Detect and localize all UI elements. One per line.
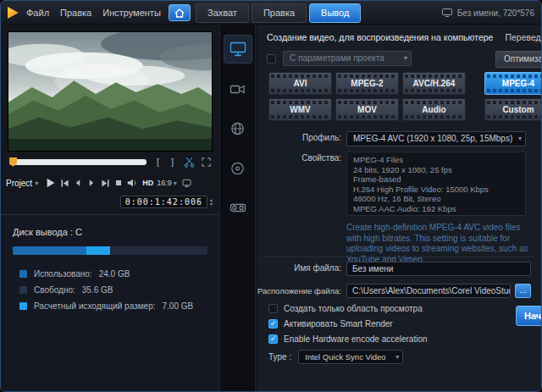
- disc-icon: [230, 161, 246, 176]
- filename-input[interactable]: Без имени: [346, 262, 531, 276]
- encode-type-dropdown[interactable]: Intel Quick Sync Video ▾: [298, 350, 403, 364]
- preview-range-label: Создать только область просмотра: [284, 304, 423, 313]
- property-line: Frame-based: [353, 174, 519, 185]
- menu-bar: Файл Правка Инструменты Настр: [26, 1, 167, 25]
- playback-mode-selector[interactable]: Project ▾: [6, 179, 38, 188]
- split-clip-button[interactable]: [183, 157, 196, 168]
- preview-window-button[interactable]: [180, 176, 194, 190]
- format-mpeg4-button[interactable]: MPEG-4: [484, 72, 541, 95]
- encode-type-row: Type : Intel Quick Sync Video ▾: [268, 350, 403, 364]
- destination-device[interactable]: [224, 75, 252, 103]
- hd-preview-toggle[interactable]: HD: [142, 179, 153, 187]
- legend-label: Свободно:: [34, 285, 75, 295]
- project-settings-dropdown[interactable]: С параметрами проекта ▾: [283, 51, 412, 66]
- legend-label: Расчетный исходящий размер:: [34, 301, 156, 311]
- format-avi-button[interactable]: AVI: [268, 72, 332, 95]
- mark-out-button[interactable]: ]: [166, 157, 179, 168]
- project-settings-checkbox[interactable]: [267, 54, 276, 63]
- home-button[interactable]: [169, 4, 191, 21]
- aspect-ratio-selector[interactable]: 16:9 ▾: [157, 179, 177, 187]
- legend-swatch-free: [19, 286, 27, 294]
- legend-swatch-estimated: [19, 302, 27, 310]
- panel-title: Создание видео, для воспроизведения на к…: [267, 32, 493, 42]
- computer-icon: [230, 41, 246, 57]
- disk-estimated-segment: [86, 246, 110, 255]
- stop-button[interactable]: [112, 176, 125, 190]
- smart-render-label: Активировать Smart Render: [284, 319, 393, 329]
- location-input[interactable]: C:\Users\Alex\Documents\Corel VideoStudi…: [346, 284, 511, 298]
- format-mov-button[interactable]: MOV: [335, 98, 399, 121]
- volume-button[interactable]: [125, 176, 139, 190]
- destination-3d[interactable]: [224, 194, 252, 223]
- format-wmv-button[interactable]: WMV: [268, 98, 332, 121]
- format-avc-h264-button[interactable]: AVC/H.264: [402, 72, 466, 95]
- destination-disc[interactable]: [224, 154, 252, 183]
- chevron-down-icon: ▾: [174, 179, 177, 187]
- chevron-down-icon: ▾: [518, 132, 522, 146]
- tab-edit[interactable]: Правка: [252, 3, 307, 23]
- encode-type-value: Intel Quick Sync Video: [305, 352, 385, 362]
- timecode-value[interactable]: 0:00:1:42:006: [120, 196, 207, 208]
- next-frame-button[interactable]: [85, 176, 98, 190]
- preview-monitor-icon: [181, 178, 192, 188]
- property-line: 48000 Hz, 16 Bit, Stereo: [353, 194, 519, 204]
- profile-dropdown[interactable]: MPEG-4 AVC (1920 x 1080, 25p, 15Mbps) ▾: [346, 131, 526, 146]
- trim-track[interactable]: [9, 159, 147, 165]
- browse-button[interactable]: ...: [515, 284, 531, 298]
- speaker-icon: [126, 177, 138, 189]
- display-info-icon: [442, 8, 452, 17]
- section-divider: [263, 257, 534, 257]
- share-destination-toolbar: [219, 25, 256, 391]
- project-mode-label: Project: [6, 179, 32, 188]
- scrubber-handle[interactable]: [9, 157, 17, 167]
- menu-tools[interactable]: Инструменты: [102, 8, 161, 18]
- format-description: Create high-definition MPEG-4 AVC video …: [346, 223, 531, 265]
- preview-range-checkbox[interactable]: [268, 304, 278, 313]
- properties-box: MPEG-4 Files 24 bits, 1920 x 1080, 25 fp…: [346, 152, 526, 216]
- location-label: Расположение файла:: [257, 286, 341, 295]
- mark-in-button[interactable]: [: [152, 157, 164, 168]
- play-button[interactable]: [44, 176, 58, 190]
- workflow-tabs: Захват Правка Вывод: [196, 3, 361, 23]
- menu-edit[interactable]: Правка: [60, 8, 91, 18]
- tab-share[interactable]: Вывод: [309, 3, 361, 23]
- properties-label: Свойства:: [257, 153, 341, 163]
- chevron-down-icon: ▾: [395, 351, 399, 363]
- video-preview: [8, 31, 213, 152]
- smart-render-checkbox[interactable]: ✓: [268, 319, 278, 329]
- format-audio-button[interactable]: Audio: [402, 98, 466, 121]
- tab-capture[interactable]: Захват: [196, 3, 249, 23]
- previous-frame-button[interactable]: [71, 176, 85, 190]
- landscape-frame: [8, 32, 212, 151]
- chevron-down-icon: ▾: [35, 179, 38, 187]
- profile-value: MPEG-4 AVC (1920 x 1080, 25p, 15Mbps): [353, 134, 512, 143]
- legend-swatch-used: [19, 270, 27, 278]
- output-settings-panel: Создание видео, для воспроизведения на к…: [257, 25, 541, 391]
- property-line: H.264 High Profile Video: 15000 Kbps: [353, 185, 519, 195]
- hw-encode-option: ✓ Enable Hardware encode acceleration: [268, 334, 428, 344]
- enlarge-preview-button[interactable]: [200, 157, 213, 168]
- format-custom-button[interactable]: Custom: [484, 98, 541, 121]
- menu-file[interactable]: Файл: [26, 8, 49, 18]
- optimizer-button[interactable]: Оптимизатор: [495, 51, 541, 68]
- disk-usage-bar: [13, 246, 207, 255]
- 3d-glasses-icon: [230, 201, 246, 216]
- hw-encode-checkbox[interactable]: ✓: [268, 334, 278, 344]
- type-label: Type :: [268, 352, 291, 362]
- timecode-display: 0:00:1:42:006 ▴ ▾: [120, 196, 213, 208]
- destination-computer[interactable]: [224, 35, 252, 63]
- timecode-spinner[interactable]: ▴ ▾: [210, 198, 213, 207]
- end-frame-button[interactable]: [98, 176, 112, 190]
- chevron-down-icon: ▾: [404, 52, 407, 65]
- output-disk-panel: Диск вывода : C Использовано: 24.0 GB Св…: [1, 214, 219, 391]
- globe-icon: [230, 121, 246, 136]
- legend-value: 24.0 GB: [99, 269, 130, 279]
- format-mpeg2-button[interactable]: MPEG-2: [335, 72, 399, 95]
- destination-web[interactable]: [224, 114, 252, 143]
- start-render-button[interactable]: Начать: [516, 306, 541, 326]
- project-info: Без имени, 720*576: [442, 1, 534, 25]
- spinner-down-icon: ▾: [210, 202, 213, 207]
- home-frame-button[interactable]: [58, 176, 71, 190]
- device-icon: [230, 81, 246, 97]
- home-icon: [174, 8, 185, 19]
